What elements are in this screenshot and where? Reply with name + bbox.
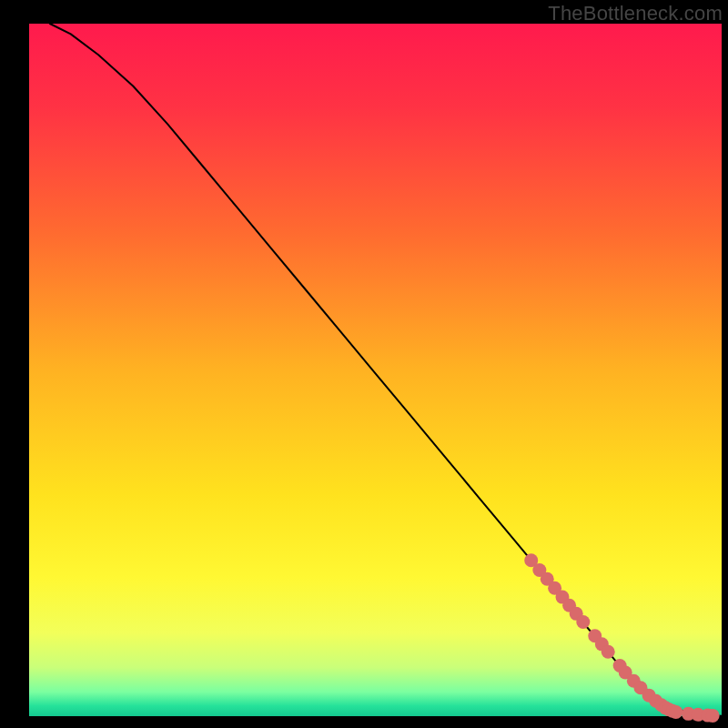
data-point xyxy=(602,645,615,659)
chart-svg xyxy=(0,0,728,728)
data-point xyxy=(576,615,590,629)
chart-frame: TheBottleneck.com xyxy=(0,0,728,728)
watermark-text: TheBottleneck.com xyxy=(548,2,723,25)
plot-background xyxy=(29,24,722,716)
data-point xyxy=(669,705,682,719)
data-point xyxy=(706,709,720,723)
